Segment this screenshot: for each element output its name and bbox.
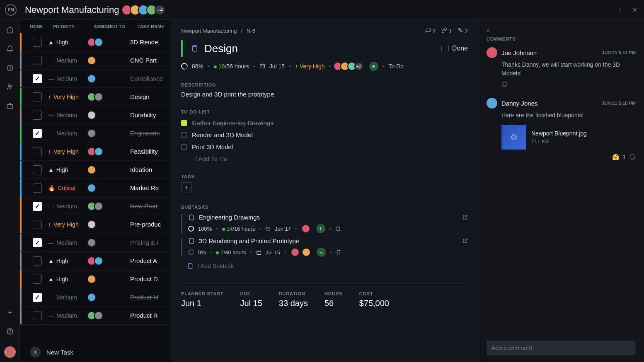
app-logo[interactable]: PM: [5, 4, 17, 16]
assignee-cell[interactable]: [86, 293, 130, 302]
task-row[interactable]: ✓ ↑Very High Pre-produc: [20, 215, 171, 234]
todo-item[interactable]: Render and 3D Model: [181, 129, 468, 141]
assignee-cell[interactable]: [86, 147, 130, 156]
new-task-button[interactable]: + New Task: [20, 342, 171, 362]
summary-item[interactable]: HOURS 56: [324, 291, 343, 308]
status-label[interactable]: To Do: [388, 63, 404, 70]
subtask-due[interactable]: Jun 17: [275, 226, 291, 232]
done-checkbox[interactable]: ✓: [33, 256, 42, 265]
task-row[interactable]: ✓ ▲High Ideation: [20, 161, 171, 179]
description-text[interactable]: Design and 3D print the prototype.: [181, 91, 468, 98]
done-checkbox[interactable]: ✓: [33, 202, 42, 211]
priority-cell[interactable]: —Medium: [46, 75, 86, 82]
reaction-row[interactable]: 🤗1: [487, 154, 636, 160]
summary-item[interactable]: DUE Jul 15: [240, 291, 262, 308]
open-subtask-icon[interactable]: [462, 215, 468, 220]
assignee-cell[interactable]: [86, 38, 130, 47]
col-name[interactable]: TASK NAME: [138, 24, 166, 29]
done-checkbox[interactable]: ✓: [33, 311, 42, 320]
todo-item[interactable]: Gather Engineering Drawings: [181, 117, 468, 129]
subtask-hours[interactable]: 14/16 hours: [222, 226, 255, 232]
todo-checkbox[interactable]: [181, 144, 187, 150]
task-row[interactable]: ✓ —Medium CNC Part: [20, 51, 171, 70]
subtask-due[interactable]: Jul 15: [266, 249, 280, 256]
task-row[interactable]: ✓ ▲High 3D Rende: [20, 33, 171, 51]
priority-cell[interactable]: 🔥Critical: [46, 185, 86, 191]
summary-item[interactable]: COST $75,000: [359, 291, 389, 308]
task-row[interactable]: ✓ 🔥Critical Market Re: [20, 179, 171, 197]
done-checkbox[interactable]: ✓: [33, 38, 42, 47]
task-row[interactable]: ✓ —Medium Pricing & I: [20, 234, 171, 252]
done-checkbox[interactable]: ✓: [33, 220, 42, 229]
col-done[interactable]: DONE: [30, 24, 53, 29]
assignee-cell[interactable]: [86, 220, 130, 229]
task-row[interactable]: ✓ —Medium Durability: [20, 106, 171, 124]
priority-badge[interactable]: ↑ Very High: [295, 63, 325, 70]
done-checkbox[interactable]: ✓: [33, 147, 42, 156]
project-avatars[interactable]: +4: [124, 5, 165, 15]
close-icon[interactable]: ✕: [631, 6, 639, 14]
done-checkbox[interactable]: ✓: [33, 275, 42, 284]
assignee-cell[interactable]: [86, 256, 130, 265]
priority-cell[interactable]: ▲High: [46, 258, 86, 264]
priority-cell[interactable]: ↑Very High: [46, 221, 86, 228]
add-icon[interactable]: +: [6, 308, 14, 316]
recent-icon[interactable]: [6, 64, 14, 72]
priority-cell[interactable]: —Medium: [46, 294, 86, 301]
subtask[interactable]: Engineering Drawings 100% • 14/16 hours …: [181, 214, 468, 233]
priority-cell[interactable]: ▲High: [46, 167, 86, 173]
assignee-cell[interactable]: [86, 129, 130, 138]
task-row[interactable]: ✓ —Medium Product M: [20, 288, 171, 306]
hours-worked[interactable]: 16/56 hours: [214, 63, 249, 70]
avatar-more[interactable]: +4: [155, 5, 165, 15]
assignee-avatars[interactable]: +2: [335, 62, 363, 71]
assignee-cell[interactable]: [86, 238, 130, 247]
expand-icon[interactable]: »: [487, 27, 636, 33]
priority-cell[interactable]: ▲High: [46, 276, 86, 282]
briefcase-icon[interactable]: [6, 102, 14, 110]
assignee-cell[interactable]: [86, 311, 130, 320]
attachment[interactable]: ⚙ Newport Blueprint.jpg 711 KB: [501, 125, 636, 150]
priority-cell[interactable]: —Medium: [46, 112, 86, 118]
priority-cell[interactable]: —Medium: [46, 130, 86, 137]
summary-item[interactable]: PLANNED START Jun 1: [181, 291, 223, 308]
add-assignee-button[interactable]: +: [369, 62, 378, 71]
done-checkbox[interactable]: ✓: [33, 238, 42, 247]
assignee-cell[interactable]: [86, 56, 130, 65]
priority-cell[interactable]: ↑Very High: [46, 148, 86, 155]
links-count[interactable]: 1: [441, 27, 452, 34]
task-row[interactable]: ✓ ↑Very High Feasibility: [20, 142, 171, 161]
comment-avatar[interactable]: [487, 47, 497, 58]
add-todo-button[interactable]: / Add To Do: [181, 155, 468, 162]
assignee-cell[interactable]: [86, 92, 130, 101]
subtask-progress[interactable]: 100%: [198, 226, 212, 232]
open-subtask-icon[interactable]: [462, 238, 468, 244]
comment-author[interactable]: Joe Johnson: [501, 49, 537, 56]
task-row[interactable]: ✓ —Medium Compliance: [20, 70, 171, 88]
task-row[interactable]: ✓ —Medium Engineerin: [20, 124, 171, 142]
todo-item[interactable]: Print 3D Model: [181, 141, 468, 153]
todo-checkbox[interactable]: [181, 120, 187, 126]
people-icon[interactable]: [6, 83, 14, 91]
priority-cell[interactable]: —Medium: [46, 239, 86, 246]
done-checkbox[interactable]: ✓: [33, 165, 42, 174]
comment-author[interactable]: Danny Jones: [501, 100, 538, 107]
subtask-hours[interactable]: 2/40 hours: [216, 249, 246, 256]
subtask[interactable]: 3D Rendering and Printed Prototype 0% • …: [181, 237, 468, 257]
done-checkbox[interactable]: ✓: [33, 293, 42, 302]
assignee-cell[interactable]: [86, 165, 130, 174]
react-icon[interactable]: [501, 81, 636, 88]
done-checkbox[interactable]: ✓: [33, 74, 42, 83]
due-date[interactable]: Jul 15: [269, 63, 285, 70]
task-row[interactable]: ✓ ▲High Product D: [20, 270, 171, 288]
assignee-cell[interactable]: [86, 183, 130, 193]
user-avatar[interactable]: [4, 346, 16, 358]
help-icon[interactable]: [6, 327, 14, 335]
assignee-cell[interactable]: [86, 74, 130, 83]
col-assigned[interactable]: ASSIGNED TO: [94, 24, 138, 29]
todo-checkbox[interactable]: [181, 132, 187, 138]
add-subtask-button[interactable]: / Add Subtask: [181, 263, 468, 269]
add-assignee-button[interactable]: +: [317, 248, 326, 257]
priority-cell[interactable]: —Medium: [46, 57, 86, 64]
breadcrumb-project[interactable]: Newport Manufacturing: [181, 28, 237, 34]
